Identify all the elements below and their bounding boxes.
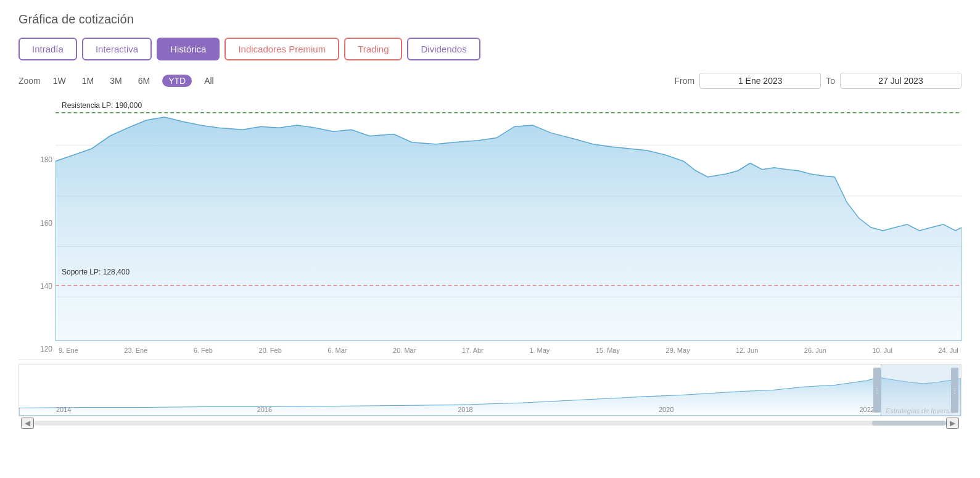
- from-date-input[interactable]: [699, 73, 821, 89]
- x-label-13: 24. Jul: [938, 347, 958, 354]
- x-label-9: 29. May: [666, 347, 690, 354]
- scrollbar-thumb[interactable]: [872, 421, 946, 426]
- zoom-6m[interactable]: 6M: [134, 75, 154, 87]
- mini-year-2014: 2014: [56, 406, 71, 413]
- x-label-5: 20. Mar: [393, 347, 416, 354]
- x-label-0: 9. Ene: [59, 347, 78, 354]
- x-label-10: 12. Jun: [736, 347, 758, 354]
- x-label-11: 26. Jun: [804, 347, 826, 354]
- x-axis: 9. Ene 23. Ene 6. Feb 20. Feb 6. Mar 20.…: [56, 341, 961, 360]
- price-area-path: [56, 117, 961, 341]
- page-title: Gráfica de cotización: [19, 12, 961, 27]
- zoom-3m[interactable]: 3M: [106, 75, 125, 87]
- y-axis: 180 160 140 120: [19, 95, 56, 360]
- mini-year-2016: 2016: [257, 406, 272, 413]
- x-label-3: 20. Feb: [259, 347, 282, 354]
- scroll-right-button[interactable]: ▶: [946, 418, 959, 429]
- zoom-1w[interactable]: 1W: [49, 75, 70, 87]
- tab-indicators[interactable]: Indicadores Premium: [224, 38, 339, 60]
- y-label-160: 160: [19, 219, 56, 228]
- tab-intraday[interactable]: Intradía: [19, 38, 77, 60]
- x-label-12: 10. Jul: [872, 347, 892, 354]
- tab-row: Intradía Interactiva Histórica Indicador…: [19, 38, 961, 60]
- tab-trading[interactable]: Trading: [344, 38, 402, 60]
- navigator-right-handle[interactable]: ⋮: [951, 368, 958, 413]
- y-label-180: 180: [19, 155, 56, 164]
- x-label-1: 23. Ene: [124, 347, 147, 354]
- mini-year-2018: 2018: [458, 406, 472, 413]
- chart-svg-container: Resistencia LP: 190,000 Soporte LP: 128,…: [56, 95, 961, 341]
- x-label-4: 6. Mar: [327, 347, 347, 354]
- controls-row: Zoom 1W 1M 3M 6M YTD All From To: [19, 73, 961, 89]
- main-chart-svg: [56, 95, 961, 341]
- x-label-2: 6. Feb: [194, 347, 213, 354]
- y-label-140: 140: [19, 282, 56, 291]
- to-date-input[interactable]: [840, 73, 961, 89]
- zoom-1m[interactable]: 1M: [78, 75, 97, 87]
- from-label: From: [675, 76, 695, 86]
- to-label: To: [826, 76, 835, 86]
- mini-year-2022: 2022: [860, 406, 875, 413]
- navigator-left-handle[interactable]: ⋮: [873, 368, 881, 413]
- mini-year-labels: 2014 2016 2018 2020 2022: [56, 406, 875, 413]
- watermark: Estrategias de Inversión: [886, 407, 958, 414]
- zoom-label: Zoom: [19, 76, 41, 86]
- mini-chart-container: 2014 2016 2018 2020 2022 ⋮ ⋮ Estrategias…: [19, 364, 961, 416]
- scroll-left-button[interactable]: ◀: [21, 418, 34, 429]
- tab-dividends[interactable]: Dividendos: [407, 38, 480, 60]
- tab-historical[interactable]: Histórica: [157, 38, 220, 60]
- x-label-7: 1. May: [529, 347, 550, 354]
- mini-year-2020: 2020: [659, 406, 673, 413]
- zoom-all[interactable]: All: [200, 75, 218, 87]
- date-range: From To: [675, 73, 961, 89]
- scrollbar-track: [34, 421, 946, 426]
- tab-interactive[interactable]: Interactiva: [82, 38, 152, 60]
- resistance-annotation: Resistencia LP: 190,000: [62, 101, 142, 110]
- y-label-120: 120: [19, 345, 56, 353]
- main-chart-area: 180 160 140 120: [19, 95, 961, 360]
- x-label-6: 17. Abr: [462, 347, 484, 354]
- zoom-ytd[interactable]: YTD: [162, 75, 192, 87]
- x-label-8: 15. May: [596, 347, 620, 354]
- support-annotation: Soporte LP: 128,400: [62, 268, 130, 276]
- scrollbar-area: ◀ ▶: [19, 418, 961, 429]
